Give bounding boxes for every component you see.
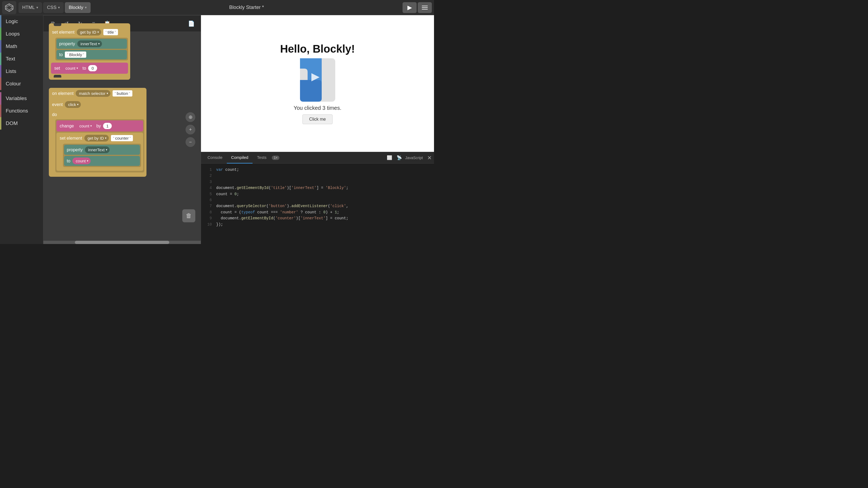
code-line-5: 5 count = 0; (205, 191, 430, 197)
sidebar-divider (0, 90, 43, 92)
console-broadcast-icon[interactable]: 📡 (396, 154, 403, 161)
count-var-dropdown-2[interactable]: count ▾ (76, 123, 94, 129)
inner-text-dropdown[interactable]: innerText ▾ (77, 40, 102, 47)
menu-button[interactable] (418, 2, 432, 13)
counter-value: " counter " (111, 135, 133, 141)
on-element-row: on element match selector ▾ " button " (49, 88, 147, 99)
blockly-value: " Blockly " (65, 52, 86, 58)
css-chevron-icon: ▾ (58, 5, 60, 9)
sidebar-item-text[interactable]: Text (0, 53, 43, 65)
sidebar: Logic Loops Math Text Lists Colour Varia… (0, 15, 43, 244)
do-row: do (49, 110, 147, 119)
sidebar-item-colour[interactable]: Colour (0, 77, 43, 90)
console-badge: 1× (272, 156, 279, 160)
set-element-row-2: set element get by ID ▾ " counter " (56, 133, 143, 144)
menu-line-3 (422, 9, 428, 9)
do-label: do (52, 112, 57, 117)
html-tab[interactable]: HTML ▾ (19, 2, 42, 13)
blocks-area: set element get by ID ▾ " title " (43, 15, 201, 228)
one-value: 1 (103, 123, 112, 129)
code-area: 1 var count; 2 3 4 document.getElementBy… (201, 163, 434, 244)
title-value: " title " (103, 29, 118, 35)
property-inner-2: property innerText ▾ to count (63, 144, 141, 167)
to-label-2: to (83, 66, 86, 71)
svg-marker-1 (7, 5, 12, 10)
console-language: JavaScript (405, 156, 423, 160)
sidebar-item-logic[interactable]: Logic (0, 15, 43, 28)
set-element-label-2: set element (60, 136, 82, 141)
on-element-label: on element (52, 91, 73, 96)
property-label-2: property (67, 148, 83, 152)
css-tab[interactable]: CSS ▾ (43, 2, 64, 13)
menu-line-1 (422, 6, 428, 6)
html-chevron-icon: ▾ (36, 5, 38, 9)
event-label: event (52, 102, 63, 107)
code-line-1: 1 var count; (205, 167, 430, 173)
scrollbar-thumb (75, 241, 169, 244)
property-inner: property innerText ▾ to " Blockly (55, 38, 128, 61)
click-dropdown[interactable]: click ▾ (65, 101, 81, 108)
sidebar-item-loops[interactable]: Loops (0, 28, 43, 40)
change-label: change (60, 124, 74, 129)
console-icons: ⬜ 📡 JavaScript ✕ (386, 154, 432, 161)
block-group-2: on element match selector ▾ " button " (49, 88, 195, 177)
match-selector-dropdown[interactable]: match selector ▾ (76, 90, 111, 97)
blockly-chevron-icon: ▾ (85, 5, 87, 9)
run-button[interactable]: ▶ (403, 2, 416, 13)
get-by-id-dropdown[interactable]: get by ID ▾ (77, 29, 101, 35)
code-line-4: 4 document.getElementById('title')['inne… (205, 185, 430, 191)
preview-click-button[interactable]: Click me (303, 115, 333, 124)
event-row: event click ▾ (49, 99, 147, 110)
sidebar-item-math[interactable]: Math (0, 40, 43, 53)
preview-area: Hello, Blockly! You clicked 3 times. Cli… (201, 15, 434, 152)
logo-button[interactable] (2, 1, 16, 14)
code-line-8: 8 count = (typeof count === 'number' ? c… (205, 209, 430, 215)
to-label-1: to (59, 52, 63, 57)
trash-icon: 🗑 (182, 209, 195, 222)
set-element-row: set element get by ID ▾ " title " (49, 27, 130, 38)
code-line-10: 10 }); (205, 222, 430, 227)
block-group-1: set element get by ID ▾ " title " (49, 23, 195, 80)
console-tab-console[interactable]: Console (203, 152, 227, 163)
topbar: HTML ▾ CSS ▾ Blockly ▾ Blockly Starter *… (0, 0, 434, 15)
inner-text-dropdown-2[interactable]: innerText ▾ (85, 147, 110, 153)
code-line-6: 6 (205, 197, 430, 203)
set-element-label: set element (52, 30, 74, 35)
right-panel: Hello, Blockly! You clicked 3 times. Cli… (201, 15, 434, 244)
blockly-tab[interactable]: Blockly ▾ (65, 2, 91, 13)
button-value: " button " (113, 90, 132, 97)
preview-counter: You clicked 3 times. (293, 105, 341, 111)
console-close-button[interactable]: ✕ (427, 155, 432, 161)
console-tabs: Console Compiled Tests 1× ⬜ 📡 JavaScript… (201, 152, 434, 163)
count-var-dropdown[interactable]: count ▾ (62, 65, 80, 72)
main-area: Logic Loops Math Text Lists Colour Varia… (0, 15, 434, 244)
zoom-out-button[interactable]: − (186, 137, 195, 147)
sidebar-item-dom[interactable]: DOM (0, 117, 43, 130)
menu-line-2 (422, 7, 428, 8)
code-line-2: 2 (205, 173, 430, 178)
console-tab-compiled[interactable]: Compiled (227, 152, 252, 163)
code-line-7: 7 document.querySelector('button').addEv… (205, 203, 430, 209)
canvas-controls: ⊕ + − (186, 112, 195, 147)
get-by-id-dropdown-2[interactable]: get by ID ▾ (84, 135, 109, 141)
sidebar-item-functions[interactable]: Functions (0, 105, 43, 117)
zero-value: 0 (88, 65, 97, 71)
count-var-dropdown-3[interactable]: count ▾ (72, 158, 91, 164)
to-label-3: to (67, 159, 70, 163)
zoom-in-button[interactable]: + (186, 125, 195, 134)
console-layout-icon[interactable]: ⬜ (386, 154, 393, 161)
console-tab-tests[interactable]: Tests (252, 152, 271, 163)
sidebar-item-variables[interactable]: Variables (0, 92, 43, 105)
blockly-canvas[interactable]: set element get by ID ▾ " title " (43, 15, 201, 244)
property-label: property (59, 41, 75, 46)
sidebar-item-lists[interactable]: Lists (0, 65, 43, 77)
code-line-3: 3 (205, 179, 430, 185)
do-inner: change count ▾ by 1 set element (55, 119, 144, 172)
set-label: set (54, 66, 60, 71)
zoom-target-button[interactable]: ⊕ (186, 112, 195, 122)
by-label: by (96, 124, 101, 129)
preview-title: Hello, Blockly! (280, 43, 355, 55)
project-title: Blockly Starter * (92, 5, 401, 10)
code-line-9: 9 document.getElementById('counter')['in… (205, 215, 430, 221)
canvas-scrollbar[interactable] (43, 241, 201, 244)
